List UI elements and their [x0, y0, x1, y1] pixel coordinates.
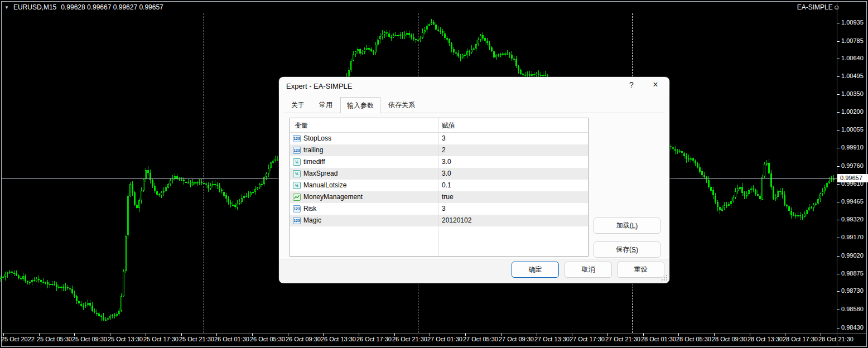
param-row-Risk[interactable]: 123Risk3: [290, 203, 588, 215]
candle: [20, 278, 22, 279]
candle: [757, 194, 759, 196]
candle: [382, 34, 383, 36]
candle: [699, 167, 701, 172]
price-axis-label: 1.00200: [841, 108, 864, 115]
param-value[interactable]: 3: [442, 133, 446, 144]
candle: [444, 33, 446, 38]
help-button[interactable]: ?: [626, 80, 637, 93]
candle: [482, 35, 484, 38]
candle: [138, 200, 140, 208]
quote-bar: ▼ EURUSD,M15 0.99628 0.99667 0.99627 0.9…: [4, 3, 163, 11]
candle: [250, 192, 252, 195]
param-value[interactable]: 3.0: [442, 168, 451, 180]
candle: [753, 188, 754, 190]
candle: [491, 47, 493, 51]
candle: [511, 55, 513, 59]
candle: [544, 75, 546, 76]
time-axis-label: 28 Oct 01:30: [641, 336, 676, 342]
param-row-MoneyManagement[interactable]: MoneyManagementtrue: [290, 191, 588, 203]
param-value[interactable]: 3: [442, 203, 446, 215]
candle-wick: [465, 52, 465, 59]
time-axis-label: 25 Oct 05:30: [37, 336, 72, 342]
tab-常用[interactable]: 常用: [312, 98, 339, 113]
param-row-timediff[interactable]: ½timediff3.0: [290, 156, 588, 168]
candle: [446, 38, 448, 40]
candle: [404, 35, 406, 36]
reset-button[interactable]: 重设: [617, 262, 664, 278]
candle: [750, 188, 752, 190]
candle: [11, 272, 13, 273]
candle: [790, 211, 792, 215]
price-tick: [837, 23, 840, 23]
candle: [449, 39, 450, 43]
candle: [542, 75, 544, 76]
ea-tag[interactable]: EA-SIMPLE ☺: [797, 3, 840, 11]
tab-依存关系[interactable]: 依存关系: [382, 98, 422, 113]
candle: [695, 161, 696, 163]
candle: [515, 59, 517, 66]
candle: [681, 151, 683, 153]
candle: [165, 187, 167, 191]
candle: [679, 151, 681, 152]
param-row-MaxSpread[interactable]: ½MaxSpread3.0: [290, 168, 588, 180]
candle: [724, 205, 725, 208]
param-value[interactable]: 20120102: [442, 215, 471, 226]
price-axis-label: 0.99910: [841, 144, 864, 151]
param-value[interactable]: 3.0: [442, 156, 451, 168]
candle: [788, 206, 790, 211]
price-axis-label: 0.99170: [841, 234, 864, 240]
candle: [60, 287, 62, 288]
resize-grip[interactable]: [662, 275, 667, 281]
candle: [355, 51, 356, 54]
tab-关于[interactable]: 关于: [284, 98, 311, 113]
candle: [674, 149, 676, 151]
param-row-Magic[interactable]: 123Magic20120102: [290, 215, 588, 226]
candle: [686, 156, 687, 159]
param-value[interactable]: 0.1: [442, 180, 451, 191]
close-icon[interactable]: ×: [648, 80, 663, 93]
candle: [33, 280, 35, 281]
candle: [431, 22, 432, 24]
load-button-label: 加载(: [616, 221, 632, 230]
candle: [428, 24, 430, 26]
candle: [42, 282, 44, 283]
time-tick: [501, 334, 501, 336]
candle: [87, 303, 89, 305]
param-row-ManualLotsize[interactable]: ½ManualLotsize0.1: [290, 180, 588, 191]
ok-button[interactable]: 确定: [512, 262, 559, 278]
candle: [386, 32, 388, 33]
param-name: MaxSpread: [303, 168, 337, 180]
param-value[interactable]: 2: [442, 144, 446, 156]
candle: [384, 32, 385, 35]
candle: [531, 74, 533, 76]
tab-输入参数[interactable]: 输入参数: [340, 97, 380, 113]
param-name: trailing: [303, 144, 323, 156]
load-button[interactable]: 加载(L): [594, 218, 660, 234]
candle: [268, 168, 269, 173]
candle: [71, 289, 73, 293]
candle: [489, 44, 490, 47]
candle: [721, 209, 723, 211]
save-button[interactable]: 保存(S): [594, 241, 660, 258]
time-tick: [750, 334, 750, 336]
candle: [808, 207, 810, 210]
param-value[interactable]: true: [442, 191, 454, 203]
cancel-button[interactable]: 取消: [565, 262, 612, 278]
candle: [741, 187, 743, 193]
price-tick: [837, 166, 840, 167]
param-row-trailing[interactable]: 123trailing2: [290, 144, 588, 156]
candle: [464, 55, 466, 56]
candle: [402, 35, 403, 36]
candle: [129, 184, 131, 196]
price-axis-label: 1.00350: [841, 90, 864, 97]
param-row-StopLoss[interactable]: 123StopLoss3: [290, 133, 588, 144]
candle: [368, 48, 370, 50]
candle: [25, 276, 26, 281]
candle: [730, 201, 732, 204]
candle: [399, 35, 401, 36]
candle-wick: [673, 146, 673, 152]
candle: [216, 185, 218, 186]
candle: [353, 54, 354, 61]
candle: [132, 184, 133, 193]
candle: [819, 194, 821, 199]
